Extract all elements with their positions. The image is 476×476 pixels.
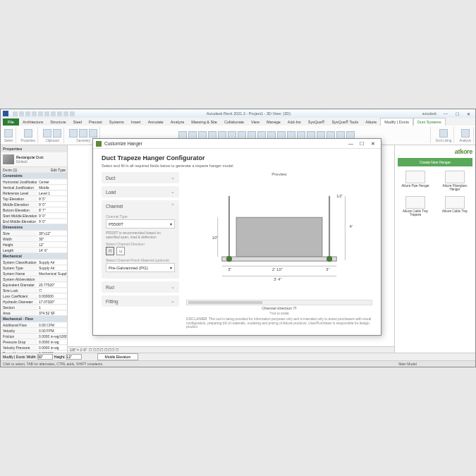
property-row[interactable]: Width30" [1, 236, 67, 242]
dialog-maximize-button[interactable]: ☐ [357, 141, 367, 147]
tab-sysque[interactable]: SysQue® [305, 118, 329, 126]
dialog-close-button[interactable]: ✕ [368, 141, 378, 147]
dialog-titlebar: Customize Hanger — ☐ ✕ [93, 139, 381, 149]
section-rod[interactable]: Rod⌄ [102, 281, 179, 293]
options-bar: Modify | Ducts Width: Height: Middle Ele… [1, 353, 475, 360]
property-row[interactable]: System TypeSupply Air [1, 265, 67, 271]
tab-steel[interactable]: Steel [70, 118, 86, 126]
section-duct[interactable]: Duct⌄ [102, 172, 179, 183]
hanger-thumbnail[interactable]: Atkore Cable Tray Trapeze [398, 196, 433, 217]
tab-duct-systems[interactable]: Duct Systems [413, 118, 446, 126]
svg-text:2' 10": 2' 10" [272, 267, 283, 271]
property-row[interactable]: Pressure Drop0.0000 in-wg [1, 339, 67, 345]
tab-manage[interactable]: Manage [263, 118, 284, 126]
property-row[interactable]: System Abbreviation [1, 276, 67, 282]
close-button[interactable]: ✕ [463, 111, 473, 117]
svg-rect-2 [236, 217, 322, 257]
property-row[interactable]: Velocity0.00 FPM [1, 328, 67, 334]
property-row[interactable]: Middle Elevation9' 0" [1, 202, 67, 207]
channel-finish-select[interactable]: Pre-Galvanized (PG)▾ [106, 263, 175, 272]
property-row[interactable]: Loss Coefficient0.000000 [1, 293, 67, 299]
height-input[interactable] [66, 354, 82, 360]
property-row[interactable]: Section1 [1, 305, 67, 310]
create-new-hanger-button[interactable]: Create New Hanger [398, 158, 472, 166]
chevron-down-icon: ⌄ [171, 298, 175, 304]
section-fitting[interactable]: Fitting⌄ [102, 295, 179, 307]
section-load[interactable]: Load⌄ [102, 186, 179, 197]
atkore-logo: atkore [398, 148, 472, 155]
property-row[interactable]: Bottom Elevation8' 7" [1, 207, 67, 213]
tab-collaborate[interactable]: Collaborate [221, 118, 248, 126]
property-row[interactable]: Size Lock☐ [1, 288, 67, 293]
quick-access-toolbar[interactable] [13, 111, 75, 116]
property-row[interactable]: Additional Flow0.00 CFM [1, 322, 67, 328]
svg-text:4': 4' [350, 224, 353, 228]
property-row[interactable]: System NameMechanical Supply Air 1 [1, 271, 67, 276]
property-row[interactable]: Reference LevelLevel 1 [1, 190, 67, 196]
preview-label: Preview [186, 172, 372, 176]
tab-file[interactable]: File [3, 118, 19, 126]
tab-structure[interactable]: Structure [47, 118, 69, 126]
window-buttons: — ☐ ✕ [441, 111, 473, 117]
property-rows: ConstraintsHorizontal JustificationCente… [1, 173, 67, 353]
disclaimer-text: DISCLAIMER: This tool is being provided … [186, 317, 372, 329]
chevron-down-icon: ⌄ [171, 189, 175, 195]
property-row[interactable]: Area374.52 SF [1, 310, 67, 316]
properties-header: Properties [1, 145, 67, 152]
property-row[interactable]: Velocity Pressure0.0000 in-wg [1, 345, 67, 350]
tab-sysque-tools[interactable]: SysQue® Tools [328, 118, 362, 126]
view-control-bar[interactable]: 1/8" = 1'-0" ☐ ☐ ☐ ☐ ☐ ☐ ☐ ☐ [68, 346, 394, 353]
tab-systems[interactable]: Systems [106, 118, 128, 126]
ribbon-group-select: Select [4, 139, 13, 142]
channel-dir-option-2[interactable]: ⊔ [116, 247, 125, 255]
hanger-thumbnail[interactable]: Atkore Fiberglass Hanger [437, 171, 472, 192]
revit-icon [3, 111, 8, 116]
ribbon-group-analysis: Analysis [459, 139, 471, 142]
channel-dir-option-1[interactable]: ⊓ [106, 247, 114, 255]
type-selector[interactable]: Rectangular Duct Default [1, 152, 67, 167]
section-channel[interactable]: Channel⌃ Channel Type P5500T▾ P5500T is … [102, 200, 179, 279]
user-label[interactable]: autodesk [422, 111, 437, 116]
tab-view[interactable]: View [248, 118, 263, 126]
tab-precast[interactable]: Precast [85, 118, 106, 126]
tab-atkore[interactable]: Atkore [362, 118, 380, 126]
property-row[interactable]: Friction0.0000 in-wg/100ft [1, 334, 67, 339]
property-row[interactable]: Length14' 6" [1, 248, 67, 253]
titlebar: Autodesk Revit 2021.2 - Project1 - 3D Vi… [1, 109, 475, 118]
atkore-panel: atkore Create New Hanger Atkore Pipe Han… [394, 145, 475, 353]
hanger-thumbnail[interactable]: Atkore Cable Tray [437, 196, 472, 217]
property-row[interactable]: Start Middle Elevation9' 0" [1, 213, 67, 219]
status-bar: Click to select, TAB for alternates, CTR… [1, 360, 475, 367]
dialog-minimize-button[interactable]: — [346, 141, 355, 146]
width-input[interactable] [37, 354, 53, 360]
property-row[interactable]: Equivalent Diameter20.77520" [1, 282, 67, 288]
tab-architecture[interactable]: Architecture [19, 118, 47, 126]
property-row[interactable]: System ClassificationSupply Air [1, 260, 67, 265]
tab-annotate[interactable]: Annotate [145, 118, 167, 126]
property-row[interactable]: Size30"x12" [1, 231, 67, 236]
svg-text:10": 10" [212, 235, 219, 240]
properties-panel: Properties Rectangular Duct Default Duct… [1, 145, 68, 353]
minimize-button[interactable]: — [441, 111, 451, 117]
maximize-button[interactable]: ☐ [452, 111, 462, 117]
property-row[interactable]: Height12" [1, 242, 67, 248]
ribbon-group-clipboard: Clipboard [45, 139, 59, 142]
tab-analyze[interactable]: Analyze [167, 118, 188, 126]
property-row[interactable]: Vertical JustificationMiddle [1, 185, 67, 190]
property-row[interactable]: End Middle Elevation9' 0" [1, 219, 67, 224]
tab-massing[interactable]: Massing & Site [188, 118, 221, 126]
tab-addins[interactable]: Add-Ins [284, 118, 305, 126]
hanger-thumbnail[interactable]: Atkore Pipe Hanger [398, 171, 433, 192]
svg-point-5 [226, 256, 232, 262]
preview-scrollbar[interactable] [186, 300, 372, 305]
property-row[interactable]: Top Elevation9' 5" [1, 196, 67, 202]
ribbon-tabs: File Architecture Structure Steel Precas… [1, 118, 475, 126]
tab-insert[interactable]: Insert [128, 118, 145, 126]
property-row[interactable]: Horizontal JustificationCenter [1, 179, 67, 185]
svg-rect-4 [222, 257, 336, 261]
tab-modify-ducts[interactable]: Modify | Ducts [380, 118, 413, 126]
property-row[interactable]: Hydraulic Diameter17.07320" [1, 299, 67, 305]
channel-type-select[interactable]: P5500T▾ [106, 219, 175, 228]
svg-point-6 [327, 256, 332, 262]
chevron-down-icon: ⌄ [171, 284, 175, 290]
